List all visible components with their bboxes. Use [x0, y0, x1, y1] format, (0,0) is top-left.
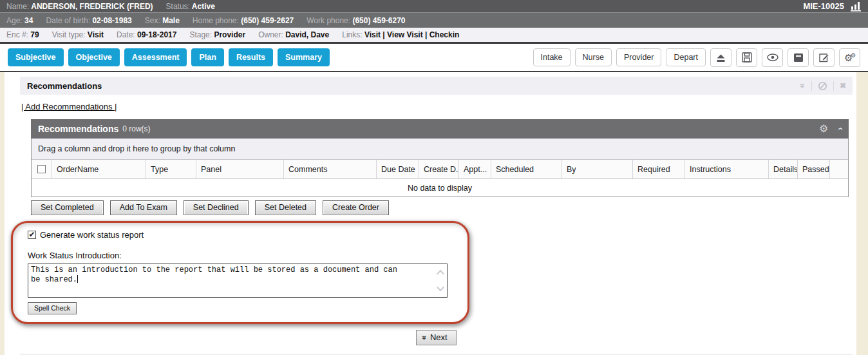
- patient-title-bar: Name: ANDERSON, FREDERICK (FRED)Status: …: [0, 0, 868, 12]
- set-completed-button[interactable]: Set Completed: [31, 200, 104, 215]
- save-button[interactable]: [736, 48, 757, 67]
- eject-button[interactable]: [710, 48, 731, 67]
- tab-summary[interactable]: Summary: [278, 48, 330, 66]
- header-field: Visit type: Visit: [52, 30, 104, 39]
- double-chevron-down-icon: »: [421, 335, 429, 340]
- collapse-section-icon[interactable]: »: [800, 81, 806, 90]
- field-label: Age:: [6, 16, 23, 25]
- column-header-appt[interactable]: Appt...: [459, 160, 491, 178]
- scroll-up-icon[interactable]: [436, 269, 445, 275]
- tab-subjective[interactable]: Subjective: [8, 48, 64, 66]
- header-field: Enc #: 79: [6, 30, 39, 39]
- grid-action-buttons: Set CompletedAdd To ExamSet DeclinedSet …: [31, 200, 853, 215]
- header-field: Stage: Provider: [189, 30, 245, 39]
- select-all-checkbox[interactable]: [37, 165, 46, 173]
- column-header-comments[interactable]: Comments: [284, 160, 377, 178]
- eject-icon: [715, 52, 727, 63]
- generate-work-status-checkbox[interactable]: ✔: [28, 231, 36, 239]
- demographics-bar: Age: 34Date of birth: 02-08-1983Sex: Mal…: [0, 12, 868, 28]
- generate-work-status-label: Generate work status report: [40, 230, 144, 240]
- tab-assessment[interactable]: Assessment: [124, 48, 187, 66]
- tab-plan[interactable]: Plan: [191, 48, 223, 66]
- field-value: 34: [23, 16, 33, 25]
- grid-settings-gear-icon[interactable]: ⚙: [819, 124, 828, 134]
- set-deleted-button[interactable]: Set Deleted: [255, 200, 316, 215]
- field-value: 79: [28, 30, 39, 39]
- settings-button[interactable]: ⚙⚙: [839, 48, 860, 67]
- tab-objective[interactable]: Objective: [68, 48, 120, 66]
- header-field: Name: ANDERSON, FREDERICK (FRED): [6, 2, 153, 11]
- set-declined-button[interactable]: Set Declined: [184, 200, 249, 215]
- recommendations-section-title: Recommendations: [27, 81, 102, 91]
- field-label: Date of birth:: [46, 16, 90, 25]
- field-value[interactable]: Visit | View Visit | Checkin: [363, 30, 460, 39]
- column-header-panel[interactable]: Panel: [196, 160, 284, 178]
- field-value: (650) 459-2627: [239, 16, 294, 25]
- stage-button-depart[interactable]: Depart: [666, 48, 706, 66]
- field-label: Status:: [166, 2, 190, 11]
- grid-collapse-chevron-icon[interactable]: ›: [835, 128, 845, 131]
- field-label: Stage:: [189, 30, 212, 39]
- field-value: 02-08-1983: [90, 16, 132, 25]
- grid-header: Recommendations 0 row(s) ⚙ ›: [31, 119, 849, 139]
- field-value: ANDERSON, FREDERICK (FRED): [29, 2, 153, 11]
- divider: [833, 81, 834, 91]
- grid-empty-message: No data to display: [32, 179, 848, 197]
- header-field: Status: Active: [166, 2, 215, 11]
- svg-text:⚙: ⚙: [851, 52, 856, 59]
- stage-button-intake[interactable]: Intake: [533, 48, 571, 66]
- close-section-icon[interactable]: ✖: [840, 81, 846, 90]
- edit-button[interactable]: [813, 48, 835, 67]
- eye-icon: [766, 53, 779, 62]
- bar-chart-icon[interactable]: [850, 1, 862, 12]
- field-label: Name:: [6, 2, 29, 11]
- column-header-instructions[interactable]: Instructions: [685, 160, 769, 178]
- add-to-exam-button[interactable]: Add To Exam: [110, 200, 177, 215]
- field-label: Work phone:: [307, 16, 350, 25]
- field-value: Male: [160, 16, 180, 25]
- field-value: 09-18-2017: [135, 30, 177, 39]
- tab-results[interactable]: Results: [229, 48, 273, 66]
- stage-button-provider[interactable]: Provider: [616, 48, 662, 66]
- column-header-required[interactable]: Required: [633, 160, 685, 178]
- disable-section-icon[interactable]: [818, 81, 827, 91]
- column-header-ordername[interactable]: OrderName: [52, 160, 146, 178]
- grid-row-count: 0 row(s): [122, 124, 150, 133]
- header-field: Date: 09-18-2017: [117, 30, 176, 39]
- column-header-by[interactable]: By: [562, 160, 633, 178]
- column-header-type[interactable]: Type: [146, 160, 196, 178]
- create-order-button[interactable]: Create Order: [323, 200, 389, 215]
- field-label: Owner:: [258, 30, 283, 39]
- archive-button[interactable]: [788, 48, 809, 67]
- column-header-passed[interactable]: Passed: [798, 160, 830, 178]
- header-field: Sex: Male: [145, 16, 180, 25]
- encounter-bar: Enc #: 79Visit type: VisitDate: 09-18-20…: [0, 28, 868, 44]
- column-header-due-date[interactable]: Due Date: [377, 160, 419, 178]
- next-button[interactable]: » Next: [416, 330, 456, 345]
- grid-group-drop-zone[interactable]: Drag a column and drop it here to group …: [32, 139, 848, 160]
- recommendations-grid: Recommendations 0 row(s) ⚙ › Drag a colu…: [31, 119, 849, 197]
- field-label: Home phone:: [193, 16, 239, 25]
- column-header-details[interactable]: Details: [769, 160, 798, 178]
- field-value: Provider: [212, 30, 245, 39]
- column-header-create-d[interactable]: Create D...: [419, 160, 459, 178]
- scroll-down-icon[interactable]: [436, 286, 445, 292]
- field-label: Enc #:: [6, 30, 28, 39]
- add-recommendations-link[interactable]: | Add Recommendations |: [21, 102, 117, 111]
- header-field: Owner: David, Dave: [258, 30, 329, 39]
- field-value: Visit: [86, 30, 104, 39]
- eye-button[interactable]: [762, 48, 783, 67]
- field-label: Links:: [342, 30, 362, 39]
- column-header-scheduled[interactable]: Scheduled: [491, 160, 562, 178]
- stage-button-nurse[interactable]: Nurse: [575, 48, 612, 66]
- field-value: (650) 459-6270: [350, 16, 405, 25]
- work-status-introduction-textarea[interactable]: This is an introduction to the report th…: [28, 264, 448, 298]
- header-field: Age: 34: [6, 16, 33, 25]
- save-icon: [741, 52, 753, 63]
- header-field: Date of birth: 02-08-1983: [46, 16, 131, 25]
- spell-check-button[interactable]: Spell Check: [28, 302, 77, 314]
- settings-icon: ⚙⚙: [844, 52, 856, 63]
- main-panel: Recommendations » ✖ | Add Recommendation…: [5, 72, 856, 355]
- next-button-label: Next: [430, 332, 448, 342]
- text-cursor: [77, 275, 78, 283]
